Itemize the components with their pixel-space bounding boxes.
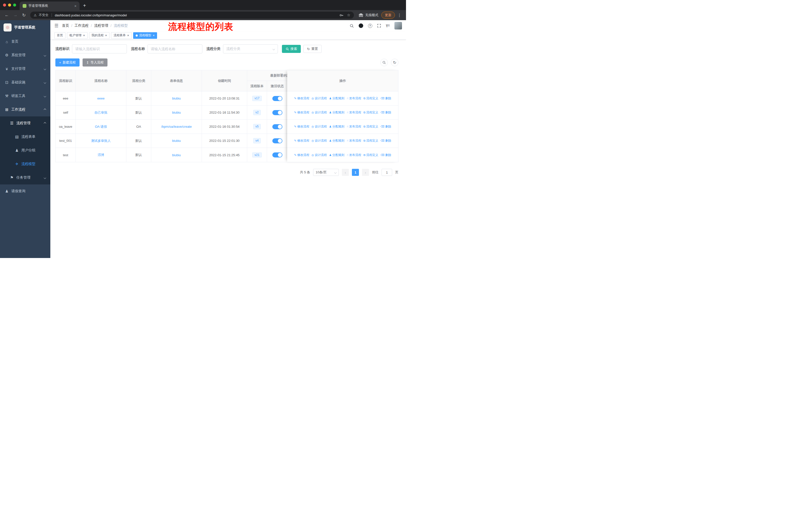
action-delete-link[interactable]: ⌫删除	[381, 153, 392, 157]
user-avatar[interactable]	[395, 22, 402, 29]
action-publish-link[interactable]: ☝发布流程	[347, 110, 361, 115]
sidebar-item-task-manage[interactable]: ⚑任务管理	[0, 171, 50, 184]
browser-tab[interactable]: 芋道管理系统 ×	[20, 1, 80, 10]
font-size-icon[interactable]: TT	[386, 24, 389, 28]
column-header-active-status[interactable]: 激活状态	[267, 81, 288, 91]
action-design-link[interactable]: ◎设计流程	[312, 153, 327, 157]
version-badge[interactable]: v5	[253, 124, 261, 129]
action-design-link[interactable]: ◎设计流程	[312, 110, 327, 115]
version-badge[interactable]: v21	[252, 153, 262, 158]
process-name-link[interactable]: eeee	[97, 97, 105, 100]
tag-home[interactable]: 首页	[54, 32, 65, 39]
action-delete-link[interactable]: ⌫删除	[381, 139, 392, 143]
sidebar-item-process-form[interactable]: ▤流程表单	[0, 130, 50, 144]
action-design-link[interactable]: ◎设计流程	[312, 125, 327, 129]
action-publish-link[interactable]: ☝发布流程	[347, 96, 361, 101]
reload-icon[interactable]: ↻	[20, 12, 28, 18]
search-icon[interactable]	[350, 24, 354, 28]
refresh-table-icon[interactable]: ↻	[391, 59, 399, 66]
action-delete-link[interactable]: ⌫删除	[381, 125, 392, 129]
close-icon[interactable]: ×	[83, 34, 85, 37]
version-badge[interactable]: v2	[253, 110, 261, 115]
active-toggle[interactable]	[272, 96, 283, 101]
action-assign-link[interactable]: ♟分配规则	[329, 125, 344, 129]
process-name-link[interactable]: 测试多审批人	[91, 139, 111, 143]
app-logo[interactable]: 芋道管理系统	[0, 20, 50, 35]
sidebar-item-process-manage[interactable]: ☰流程管理	[0, 116, 50, 130]
sidebar-item-system[interactable]: ⚙系统管理	[0, 48, 50, 62]
process-category-select[interactable]: 流程分类	[223, 44, 278, 53]
close-icon[interactable]: ×	[127, 34, 129, 37]
forward-icon[interactable]: →	[11, 12, 19, 18]
action-definition-link[interactable]: ⧉流程定义	[364, 139, 378, 143]
form-info-link[interactable]: biubiu	[172, 139, 181, 143]
update-chrome-button[interactable]: 更新	[381, 11, 395, 19]
active-toggle[interactable]	[272, 110, 283, 115]
active-toggle[interactable]	[272, 138, 283, 143]
password-key-icon[interactable]	[339, 13, 344, 18]
new-tab-button[interactable]: +	[83, 3, 86, 8]
column-header-category[interactable]: 流程分类	[126, 70, 151, 91]
column-header-form-info[interactable]: 表单信息	[151, 70, 202, 91]
sidebar-item-user-group[interactable]: ♟用户分组	[0, 144, 50, 157]
current-page-button[interactable]: 1	[352, 169, 359, 176]
fullscreen-icon[interactable]	[377, 24, 381, 28]
browser-menu-icon[interactable]: ⋮	[396, 13, 403, 18]
sidebar-item-leave-query[interactable]: ♟请假查询	[0, 184, 50, 198]
tab-close-icon[interactable]: ×	[74, 4, 77, 8]
action-definition-link[interactable]: ⧉流程定义	[364, 96, 378, 101]
process-name-link[interactable]: 滔博	[98, 153, 104, 157]
page-size-select[interactable]: 10条/页	[313, 169, 339, 176]
github-icon[interactable]	[359, 23, 363, 28]
tag-my-process[interactable]: 我的流程×	[89, 32, 110, 39]
toggle-search-icon[interactable]	[380, 59, 388, 66]
tag-tenant[interactable]: 租户管理×	[67, 32, 88, 39]
action-definition-link[interactable]: ⧉流程定义	[364, 110, 378, 115]
action-publish-link[interactable]: ☝发布流程	[347, 139, 361, 143]
column-header-process-version[interactable]: 流程版本	[247, 81, 267, 91]
process-key-input[interactable]	[72, 44, 127, 53]
sidebar-item-payment[interactable]: ¥支付管理	[0, 62, 50, 76]
process-name-link[interactable]: OA 请假	[95, 125, 107, 129]
action-publish-link[interactable]: ☝发布流程	[347, 125, 361, 129]
zoom-window-button[interactable]	[13, 3, 16, 6]
action-assign-link[interactable]: ♟分配规则	[329, 96, 344, 101]
version-badge[interactable]: v4	[253, 138, 261, 143]
form-info-link[interactable]: biubiu	[172, 111, 181, 114]
action-modify-link[interactable]: ✎修改流程	[294, 153, 309, 157]
column-header-process-name[interactable]: 流程名称	[76, 70, 126, 91]
version-badge[interactable]: v17	[252, 96, 262, 101]
action-modify-link[interactable]: ✎修改流程	[294, 139, 309, 143]
action-modify-link[interactable]: ✎修改流程	[294, 110, 309, 115]
action-assign-link[interactable]: ♟分配规则	[329, 139, 344, 143]
breadcrumb-item[interactable]: 首页	[62, 23, 69, 28]
action-definition-link[interactable]: ⧉流程定义	[364, 125, 378, 129]
close-icon[interactable]: ×	[153, 34, 155, 37]
close-icon[interactable]: ×	[105, 34, 107, 37]
close-window-button[interactable]	[3, 3, 6, 6]
tag-process-form[interactable]: 流程表单×	[111, 32, 132, 39]
action-delete-link[interactable]: ⌫删除	[381, 110, 392, 115]
action-assign-link[interactable]: ♟分配规则	[329, 110, 344, 115]
sidebar-item-devtools[interactable]: ⚒研发工具	[0, 89, 50, 103]
active-toggle[interactable]	[272, 153, 283, 158]
action-design-link[interactable]: ◎设计流程	[312, 139, 327, 143]
sidebar-item-process-model[interactable]: ✈流程模型	[0, 157, 50, 171]
bookmark-star-icon[interactable]: ☆	[347, 13, 350, 18]
prev-page-button[interactable]: ‹	[342, 169, 349, 176]
tag-process-model[interactable]: 流程模型×	[133, 32, 157, 39]
column-header-process-key[interactable]: 流程标识	[56, 70, 76, 91]
help-icon[interactable]: ?	[368, 24, 372, 28]
action-modify-link[interactable]: ✎修改流程	[294, 125, 309, 129]
action-design-link[interactable]: ◎设计流程	[312, 96, 327, 101]
import-process-button[interactable]: ↥ 导入流程	[83, 58, 108, 66]
form-info-link[interactable]: biubiu	[172, 97, 181, 100]
breadcrumb-item[interactable]: 工作流程	[75, 23, 89, 28]
column-header-created-time[interactable]: 创建时间	[202, 70, 247, 91]
action-assign-link[interactable]: ♟分配规则	[329, 153, 344, 157]
sidebar-item-workflow[interactable]: ⊞工作流程	[0, 103, 50, 116]
reset-button[interactable]: ↻ 重置	[303, 45, 322, 53]
sidebar-item-home[interactable]: ⌂首页	[0, 35, 50, 48]
next-page-button[interactable]: ›	[362, 169, 369, 176]
action-publish-link[interactable]: ☝发布流程	[347, 153, 361, 157]
